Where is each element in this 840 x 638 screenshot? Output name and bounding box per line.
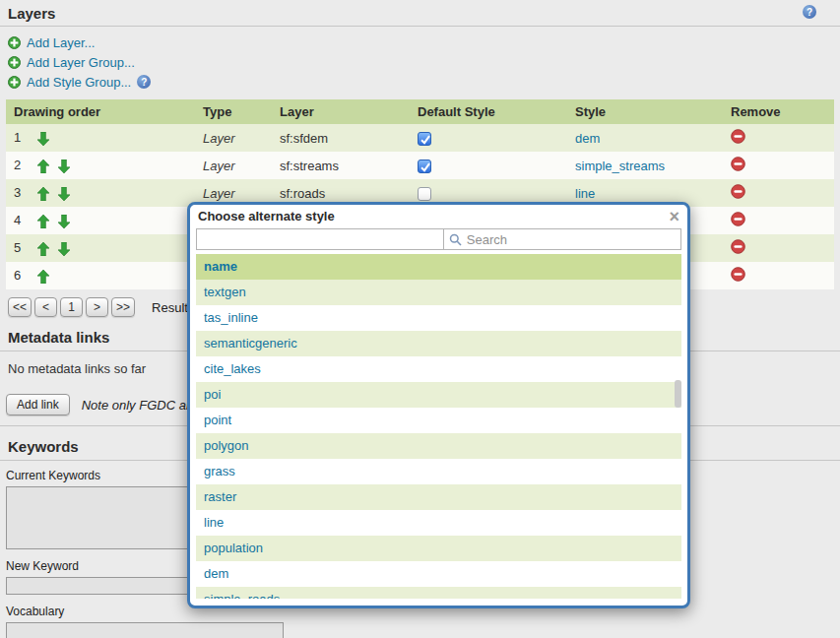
search-icon xyxy=(449,233,462,246)
remove-icon[interactable] xyxy=(731,184,745,199)
default-style-checkbox[interactable] xyxy=(418,160,431,173)
help-icon[interactable]: ? xyxy=(137,75,151,89)
style-name-link[interactable]: dem xyxy=(204,566,228,581)
remove-icon[interactable] xyxy=(731,212,745,226)
move-up-icon[interactable] xyxy=(37,270,49,284)
style-list-container: name textgen tas_inline semanticgeneric … xyxy=(196,254,681,599)
default-style-checkbox[interactable] xyxy=(418,132,431,146)
style-name-link[interactable]: cite_lakes xyxy=(204,361,261,376)
row-layer: sf:streams xyxy=(272,152,410,179)
page-title: Layers xyxy=(8,5,55,22)
table-row: 2 Layer sf:streams simple_streams xyxy=(6,152,834,179)
style-row[interactable]: simple_roads xyxy=(196,587,681,599)
style-name-link[interactable]: simple_roads xyxy=(204,592,280,599)
pagination-buttons: << < 1 > >> xyxy=(8,297,135,317)
pagination-button[interactable]: >> xyxy=(111,297,135,317)
add-links: Add Layer... Add Layer Group... Add Styl… xyxy=(0,27,840,96)
header-remove: Remove xyxy=(723,99,834,124)
remove-icon[interactable] xyxy=(731,157,745,171)
vocabulary-input[interactable] xyxy=(6,622,284,638)
pagination-button[interactable]: << xyxy=(8,297,32,317)
header-default-style: Default Style xyxy=(410,99,567,124)
row-order: 4 xyxy=(14,213,33,227)
style-row[interactable]: grass xyxy=(196,459,681,484)
row-order: 5 xyxy=(14,240,33,255)
row-order: 2 xyxy=(14,158,33,172)
style-row[interactable]: raster xyxy=(196,484,681,510)
move-up-icon[interactable] xyxy=(37,215,49,228)
style-name-link[interactable]: population xyxy=(204,541,263,555)
row-order: 3 xyxy=(14,185,33,200)
style-link[interactable]: simple_streams xyxy=(575,159,665,173)
pagination-button[interactable]: < xyxy=(34,297,57,317)
style-filter-input[interactable] xyxy=(196,228,443,250)
move-down-icon[interactable] xyxy=(37,132,49,146)
style-column-header[interactable]: name xyxy=(196,254,681,280)
style-name-link[interactable]: line xyxy=(204,515,224,530)
move-down-icon[interactable] xyxy=(58,160,70,173)
close-icon[interactable]: × xyxy=(669,210,679,223)
add-link-label[interactable]: Add Layer Group... xyxy=(27,55,135,70)
default-style-checkbox[interactable] xyxy=(418,187,431,201)
add-plus-icon xyxy=(8,56,21,69)
search-box[interactable] xyxy=(443,228,681,250)
modal-search-row xyxy=(196,228,681,250)
move-up-icon[interactable] xyxy=(37,242,49,256)
add-plus-icon xyxy=(8,36,21,49)
header-layer: Layer xyxy=(272,99,410,124)
row-type: Layer xyxy=(195,124,272,152)
scrollbar-thumb[interactable] xyxy=(675,380,681,408)
style-row[interactable]: dem xyxy=(196,561,681,587)
choose-style-modal: Choose alternate style × name textgen ta… xyxy=(187,202,690,608)
style-name-link[interactable]: polygon xyxy=(204,438,249,453)
pagination-button[interactable]: 1 xyxy=(60,297,83,317)
add-link-label[interactable]: Add Style Group... xyxy=(27,75,131,90)
add-link[interactable]: Add Layer Group... xyxy=(8,52,832,72)
style-name-link[interactable]: grass xyxy=(204,464,235,478)
add-plus-icon xyxy=(8,76,21,89)
remove-icon[interactable] xyxy=(731,267,745,282)
style-row[interactable]: poi xyxy=(196,382,681,408)
style-link[interactable]: dem xyxy=(575,131,600,146)
style-name-link[interactable]: raster xyxy=(204,489,236,504)
row-order: 6 xyxy=(14,268,33,283)
add-link[interactable]: Add Layer... xyxy=(8,32,832,52)
style-name-link[interactable]: tas_inline xyxy=(204,310,258,325)
style-row[interactable]: semanticgeneric xyxy=(196,331,681,356)
header-type: Type xyxy=(195,99,272,124)
style-row[interactable]: line xyxy=(196,510,681,536)
search-input[interactable] xyxy=(467,232,676,247)
table-row: 1 Layer sf:sfdem dem xyxy=(6,124,834,152)
help-icon[interactable]: ? xyxy=(803,5,816,19)
move-up-icon[interactable] xyxy=(37,187,49,201)
style-row[interactable]: point xyxy=(196,408,681,433)
row-order: 1 xyxy=(14,130,33,145)
style-row[interactable]: population xyxy=(196,536,681,561)
move-down-icon[interactable] xyxy=(58,215,70,228)
table-header-row: Drawing order Type Layer Default Style S… xyxy=(6,99,834,124)
pagination-button[interactable]: > xyxy=(86,297,108,317)
style-link[interactable]: line xyxy=(575,186,595,201)
add-link-button[interactable]: Add link xyxy=(6,394,70,415)
move-down-icon[interactable] xyxy=(58,187,70,201)
row-layer: sf:sfdem xyxy=(272,124,410,152)
modal-titlebar: Choose alternate style × xyxy=(190,205,687,225)
add-link-label[interactable]: Add Layer... xyxy=(27,35,95,50)
add-link[interactable]: Add Style Group... ? xyxy=(8,72,832,92)
move-down-icon[interactable] xyxy=(58,242,70,256)
row-type: Layer xyxy=(195,152,272,179)
style-name-link[interactable]: poi xyxy=(204,387,221,402)
move-up-icon[interactable] xyxy=(37,160,49,173)
style-row[interactable]: textgen xyxy=(196,280,681,305)
header-style: Style xyxy=(567,99,723,124)
layers-page: Layers ? Add Layer... Add Layer Group...… xyxy=(0,0,840,638)
remove-icon[interactable] xyxy=(731,239,745,254)
header-drawing-order: Drawing order xyxy=(6,99,195,124)
remove-icon[interactable] xyxy=(731,129,745,144)
style-name-link[interactable]: point xyxy=(204,413,231,427)
style-row[interactable]: tas_inline xyxy=(196,305,681,331)
style-name-link[interactable]: semanticgeneric xyxy=(204,336,297,351)
style-row[interactable]: cite_lakes xyxy=(196,356,681,382)
style-row[interactable]: polygon xyxy=(196,433,681,459)
style-name-link[interactable]: textgen xyxy=(204,285,246,299)
